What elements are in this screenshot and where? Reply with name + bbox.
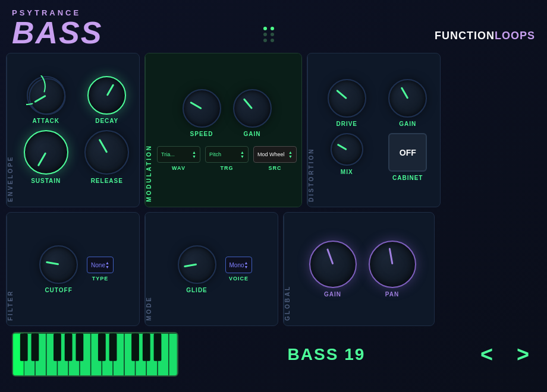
glide-label: GLIDE [186,287,208,293]
mode-panel: MODE GLIDE Mono ▲▼ VOICE [144,212,278,326]
global-gain-knob[interactable] [309,241,357,288]
drive-knob[interactable] [328,79,366,118]
voice-dropdown[interactable]: Mono ▲▼ [225,257,253,273]
mod-gain-label: GAIN [244,131,261,137]
dist-gain-knob[interactable] [388,79,427,118]
svg-rect-21 [76,334,83,361]
drive-label: DRIVE [336,121,357,127]
mix-knob[interactable] [331,133,363,166]
trg-label: TRG [221,165,234,171]
src-arrows[interactable]: ▲▼ [288,150,293,159]
dist-grid: DRIVE GAIN MIX OFF CABINET [319,79,435,181]
brand-logo: FUNCTIONLOOPS [435,30,535,42]
header: PSYTRANCE BASS FUNCTIONLOOPS [0,0,547,53]
modulation-inner: SPEED GAIN Tria... ▲▼ WAV [152,53,301,207]
voice-arrows[interactable]: ▲▼ [244,261,249,269]
envelope-label: ENVELOPE [7,53,14,207]
svg-rect-22 [98,334,106,361]
wav-group: Tria... ▲▼ WAV [157,146,200,171]
modulation-label: MODULATION [145,53,152,207]
distortion-inner: DRIVE GAIN MIX OFF CABINET [315,53,440,207]
wav-arrows[interactable]: ▲▼ [192,150,196,159]
next-button[interactable]: > [511,342,535,367]
attack-knob[interactable] [27,76,65,115]
distortion-label: DISTORTION [307,53,315,207]
svg-rect-19 [54,334,61,361]
glide-knob[interactable] [178,245,216,284]
dot-2 [271,27,274,30]
attack-label: ATTACK [32,118,59,124]
cutoff-knob[interactable] [39,245,78,284]
cabinet-button[interactable]: OFF [388,133,427,172]
sustain-container: SUSTAIN [18,130,74,184]
dist-gain-label: GAIN [399,121,416,127]
trg-dropdown[interactable]: Pitch ▲▼ [205,146,249,163]
svg-rect-24 [131,334,139,361]
mod-speed-knob[interactable] [183,89,221,128]
mod-speed-label: SPEED [190,131,213,137]
trg-group: Pitch ▲▼ TRG [205,146,249,171]
dot-1 [263,27,267,30]
mod-dropdowns: Tria... ▲▼ WAV Pitch ▲▼ TRG [157,146,297,171]
distortion-panel: DISTORTION DRIVE GAIN MIX [307,53,441,207]
dot-3 [263,33,267,36]
glide-container: GLIDE [178,245,216,293]
svg-point-0 [29,79,65,115]
decay-knob[interactable] [87,76,126,115]
src-dropdown[interactable]: Mod Wheel ▲▼ [253,146,297,163]
src-group: Mod Wheel ▲▼ SRC [253,146,297,171]
global-pan-label: PAN [385,291,399,298]
logo-bass: BASS [12,17,102,48]
dist-gain-container: GAIN [381,79,436,127]
prev-button[interactable]: < [474,342,499,367]
cutoff-container: CUTOFF [39,245,78,293]
mod-knobs-row: SPEED GAIN [183,89,272,137]
mix-label: MIX [341,169,353,175]
cabinet-label: CABINET [392,175,423,181]
wav-dropdown[interactable]: Tria... ▲▼ [157,146,200,163]
global-panel: GLOBAL GAIN PAN [283,212,435,326]
filter-panel: FILTER CUTOFF None ▲▼ TYPE [6,212,140,326]
top-sections-row: ENVELOPE ATTACK D [0,53,547,207]
svg-rect-18 [32,334,39,361]
cutoff-label: CUTOFF [45,287,72,293]
brand-loops: LOOPS [495,30,535,42]
mode-inner: GLIDE Mono ▲▼ VOICE [152,213,278,325]
svg-rect-23 [109,334,117,361]
envelope-knobs: ATTACK DECAY SUSTAIN RELEASE [18,76,134,184]
envelope-inner: ATTACK DECAY SUSTAIN RELEASE [14,53,139,207]
global-gain-label: GAIN [324,291,341,298]
main-container: PSYTRANCE BASS FUNCTIONLOOPS EN [0,0,547,392]
type-label: TYPE [92,276,109,282]
brand-function: FUNCTION [435,30,495,42]
filter-label: FILTER [7,213,14,325]
svg-rect-17 [20,334,28,361]
voice-label: VOICE [229,276,249,282]
wav-label: WAV [172,165,186,171]
mod-speed-container: SPEED [183,89,221,137]
sustain-knob[interactable] [24,130,68,175]
sustain-label: SUSTAIN [31,178,61,184]
svg-rect-25 [143,334,150,361]
src-label: SRC [268,165,281,171]
mod-gain-knob[interactable] [233,89,272,128]
preset-name: BASS 19 [190,345,463,364]
release-label: RELEASE [91,178,123,184]
mode-label: MODE [145,213,152,325]
keyboard-svg [13,333,177,377]
mix-container: MIX [319,133,375,181]
voice-group: Mono ▲▼ VOICE [225,257,253,282]
trg-arrows[interactable]: ▲▼ [240,150,244,159]
type-arrows[interactable]: ▲▼ [105,261,109,269]
global-gain-container: GAIN [309,241,357,298]
release-knob[interactable] [84,130,129,175]
svg-rect-26 [154,334,162,361]
cabinet-container: OFF CABINET [381,133,436,181]
dot-4 [271,33,274,36]
global-pan-knob[interactable] [369,241,416,288]
envelope-panel: ENVELOPE ATTACK D [6,53,140,207]
svg-rect-15 [169,334,177,377]
decay-container: DECAY [80,76,135,124]
type-dropdown[interactable]: None ▲▼ [87,257,114,273]
type-group: None ▲▼ TYPE [87,257,114,282]
